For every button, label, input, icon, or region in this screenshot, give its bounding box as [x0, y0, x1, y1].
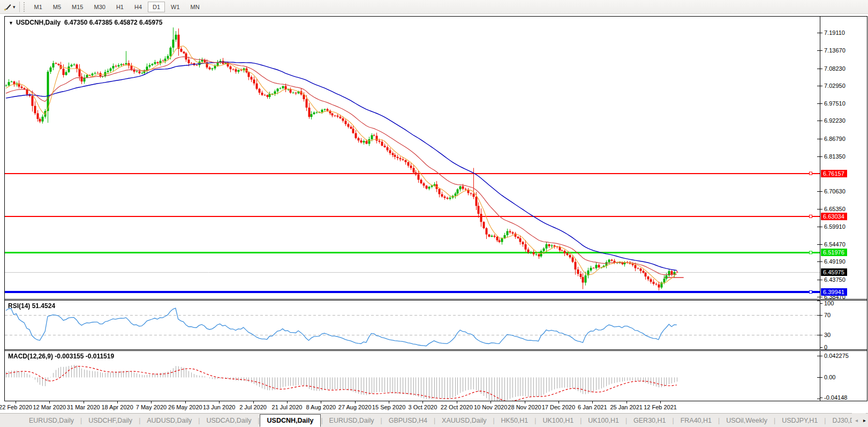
chart-tab-audusd-daily[interactable]: AUDUSD,Daily — [140, 415, 198, 426]
level-price-badge: 6.76157 — [821, 170, 847, 177]
time-axis: 22 Feb 202012 Mar 202031 Mar 202018 Apr … — [4, 401, 867, 413]
time-axis-label: 6 Jan 2021 — [578, 404, 607, 410]
price-tick: 7.02950 — [820, 83, 846, 89]
timeframe-button-D1[interactable]: D1 — [148, 2, 165, 12]
price-tick: 6.92230 — [820, 117, 846, 124]
chart-symbol-ohlc: USDCNH,Daily 6.47350 6.47385 6.45872 6.4… — [16, 19, 163, 26]
time-axis-label: 12 Feb 2021 — [644, 404, 677, 410]
timeframe-button-MN[interactable]: MN — [186, 2, 205, 12]
chart-tab-eurusd-daily[interactable]: EURUSD,Daily — [323, 415, 381, 426]
time-axis-label: 2 Jul 2020 — [239, 404, 267, 410]
trading-terminal: ▾ M1M5M15M30H1H4D1W1MN 7.191107.136707.0… — [0, 0, 868, 427]
price-tick: 6.65350 — [820, 206, 846, 212]
time-axis-label: 15 Sep 2020 — [372, 404, 405, 410]
timeframe-button-M5[interactable]: M5 — [48, 2, 66, 12]
timeframe-button-W1[interactable]: W1 — [166, 2, 185, 12]
timeframe-button-H4[interactable]: H4 — [130, 2, 147, 12]
time-axis-label: 28 Nov 2020 — [508, 404, 541, 410]
timeframe-buttons: M1M5M15M30H1H4D1W1MN — [29, 2, 205, 12]
chart-tab-usoil-weekly[interactable]: USOil,Weekly — [720, 415, 774, 426]
macd-indicator-label: MACD(12,26,9) -0.003155 -0.011519 — [8, 353, 114, 360]
collapse-triangle-icon[interactable]: ▼ — [9, 20, 13, 26]
time-axis-tick — [355, 401, 356, 403]
timeframe-button-H1[interactable]: H1 — [111, 2, 129, 12]
chart-tab-usdcnh-daily[interactable]: USDCNH,Daily — [260, 414, 321, 427]
time-axis-label: 17 Dec 2020 — [542, 404, 575, 410]
time-axis-tick — [389, 401, 389, 403]
pointer-tool-icon[interactable] — [2, 2, 13, 12]
rsi-tick: 100 — [820, 300, 834, 306]
timeframe-button-M1[interactable]: M1 — [29, 2, 47, 12]
price-tick: 6.59910 — [820, 223, 846, 230]
time-axis-label: 22 Oct 2020 — [441, 404, 473, 410]
tab-scroll-left-icon[interactable]: ◂ — [855, 417, 858, 423]
toolbar-grip-handle[interactable] — [23, 2, 26, 12]
current-price-badge: 6.45975 — [821, 268, 847, 276]
price-tick: 6.70630 — [820, 188, 846, 194]
tab-scroll-right-icon[interactable]: ▸ — [863, 417, 866, 423]
time-axis-tick — [422, 401, 423, 403]
chart-tab-gbpusd-h4[interactable]: GBPUSD,H4 — [382, 415, 434, 426]
chart-tab-uk100-h1[interactable]: UK100,H1 — [582, 415, 625, 426]
chart-tab-usdchf-daily[interactable]: USDCHF,Daily — [82, 415, 139, 426]
chart-tab-usdjpy-h1[interactable]: USDJPY,H1 — [775, 415, 824, 426]
time-axis-tick — [117, 401, 118, 403]
toolbar-separator — [19, 2, 20, 12]
time-axis-tick — [321, 401, 321, 403]
macd-tick: 0.00 — [820, 374, 835, 380]
time-axis-tick — [253, 401, 254, 403]
chart-tab-xauusd-daily[interactable]: XAUUSD,Daily — [435, 415, 493, 426]
chart-tab-ger30-h1[interactable]: GER30,H1 — [627, 415, 672, 426]
rsi-indicator-label: RSI(14) 51.4524 — [8, 302, 55, 310]
chart-tab-hk50-h1[interactable]: HK50,H1 — [495, 415, 535, 426]
time-axis-label: 12 Mar 2020 — [33, 404, 66, 410]
time-axis-tick — [185, 401, 186, 403]
time-axis-tick — [627, 401, 627, 403]
pane-resize-separator[interactable] — [5, 349, 867, 351]
time-axis-tick — [16, 401, 16, 403]
pane-resize-separator[interactable] — [5, 299, 867, 301]
macd-tick: -0.04148 — [820, 394, 847, 401]
chart-tab-bar: EURUSD,Daily|USDCHF,Daily|AUDUSD,Daily|U… — [0, 413, 868, 427]
price-tick: 6.81350 — [820, 153, 846, 160]
time-axis-label: 21 Jul 2020 — [272, 404, 303, 410]
time-axis-tick — [151, 401, 152, 403]
time-axis-tick — [84, 401, 84, 403]
level-price-badge: 6.39941 — [821, 288, 847, 296]
tool-dropdown-caret-icon[interactable]: ▾ — [13, 4, 16, 10]
timeframe-toolbar: ▾ M1M5M15M30H1H4D1W1MN — [0, 0, 868, 14]
rsi-tick: 70 — [820, 312, 831, 318]
chart-tab-uk100-h1[interactable]: UK100,H1 — [536, 415, 580, 426]
level-price-badge: 6.51976 — [821, 249, 847, 256]
time-axis-tick — [490, 401, 491, 403]
price-tick: 6.54470 — [820, 241, 846, 248]
time-axis-tick — [219, 401, 220, 403]
chart-window: 7.191107.136707.082307.029506.975106.922… — [4, 16, 867, 401]
rsi-tick: 30 — [820, 332, 831, 338]
time-axis-label: 13 Jun 2020 — [203, 404, 236, 410]
price-chart-canvas[interactable] — [5, 17, 820, 401]
level-price-badge: 6.63034 — [821, 213, 847, 220]
price-axis: 7.191107.136707.082307.029506.975106.922… — [820, 17, 867, 401]
time-axis-label: 8 Aug 2020 — [306, 404, 336, 410]
timeframe-button-M15[interactable]: M15 — [67, 2, 88, 12]
time-axis-label: 26 May 2020 — [168, 404, 202, 410]
price-tick: 6.43750 — [820, 276, 846, 283]
time-axis-tick — [457, 401, 457, 403]
time-axis-label: 31 Mar 2020 — [67, 404, 100, 410]
chart-tab-eurusd-daily[interactable]: EURUSD,Daily — [22, 415, 80, 426]
time-axis-label: 10 Nov 2020 — [474, 404, 507, 410]
time-axis-label: 25 Jan 2021 — [610, 404, 643, 410]
timeframe-button-M30[interactable]: M30 — [89, 2, 110, 12]
time-axis-tick — [49, 401, 50, 403]
price-tick: 7.19110 — [820, 29, 845, 36]
chart-tab-fra40-h1[interactable]: FRA40,H1 — [674, 415, 718, 426]
macd-tick: 0.042275 — [820, 353, 849, 359]
price-tick: 6.49190 — [820, 258, 846, 265]
chart-tab-usdcad-daily[interactable]: USDCAD,Daily — [200, 415, 258, 426]
time-axis-label: 22 Feb 2020 — [0, 404, 32, 410]
time-axis-label: 3 Oct 2020 — [409, 404, 437, 410]
time-axis-label: 27 Aug 2020 — [338, 404, 372, 410]
time-axis-tick — [287, 401, 288, 403]
tab-scroll-controls: ◂ ▸ — [852, 413, 866, 427]
